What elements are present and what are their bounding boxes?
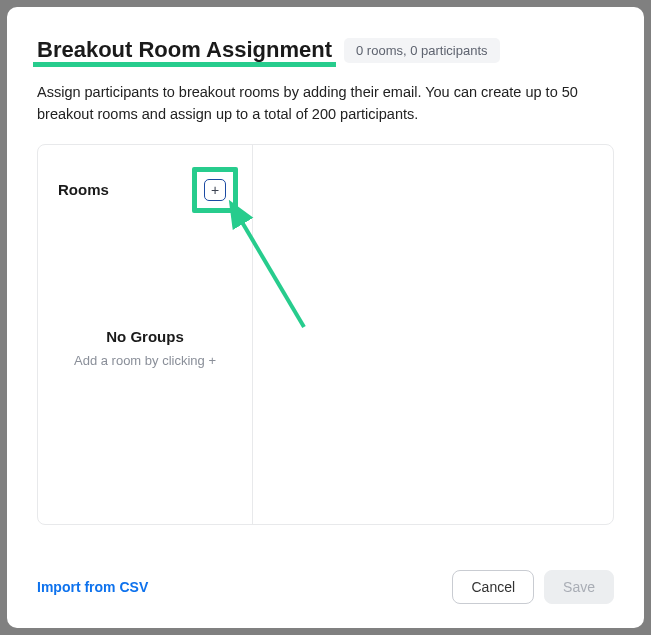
- rooms-panel: Rooms + No Groups Add a room by clicking…: [37, 144, 614, 525]
- import-csv-link[interactable]: Import from CSV: [37, 579, 148, 595]
- modal-footer: Import from CSV Cancel Save: [37, 548, 614, 604]
- save-button[interactable]: Save: [544, 570, 614, 604]
- title-wrap: Breakout Room Assignment: [37, 37, 332, 63]
- empty-state-subtitle: Add a room by clicking +: [38, 353, 252, 368]
- rooms-content: [253, 145, 613, 524]
- status-badge: 0 rooms, 0 participants: [344, 38, 500, 63]
- footer-buttons: Cancel Save: [452, 570, 614, 604]
- modal-description: Assign participants to breakout rooms by…: [37, 81, 614, 126]
- rooms-header: Rooms +: [38, 145, 252, 213]
- modal-header: Breakout Room Assignment 0 rooms, 0 part…: [37, 37, 614, 63]
- empty-state-title: No Groups: [38, 328, 252, 345]
- plus-icon: +: [211, 181, 219, 199]
- add-room-button[interactable]: +: [204, 179, 226, 201]
- empty-state: No Groups Add a room by clicking +: [38, 213, 252, 368]
- breakout-room-modal: Breakout Room Assignment 0 rooms, 0 part…: [7, 7, 644, 628]
- add-room-highlight-wrap: +: [192, 167, 238, 213]
- cancel-button[interactable]: Cancel: [452, 570, 534, 604]
- modal-title: Breakout Room Assignment: [37, 37, 332, 63]
- rooms-label: Rooms: [58, 181, 109, 198]
- rooms-sidebar: Rooms + No Groups Add a room by clicking…: [38, 145, 253, 524]
